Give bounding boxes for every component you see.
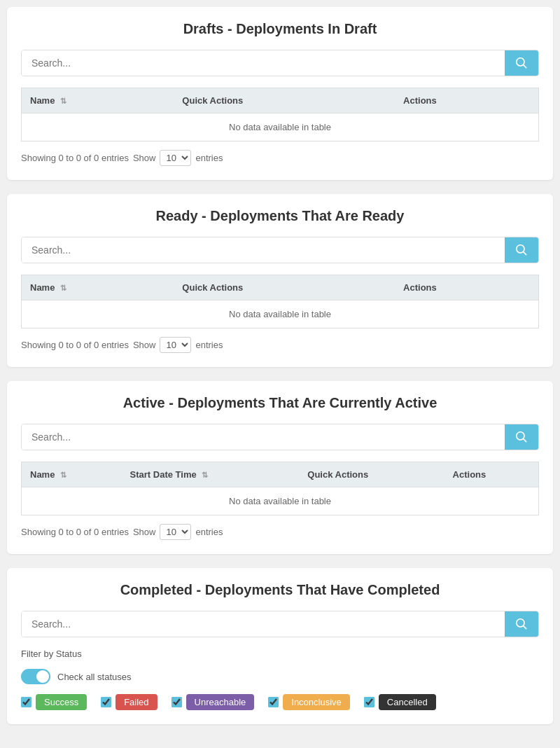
active-showing-row: Showing 0 to 0 of 0 entries Show 10 25 5…	[21, 524, 539, 540]
search-icon	[516, 431, 527, 443]
drafts-search-bar	[21, 50, 539, 76]
status-badges-row: Success Failed Unreachable Inconclusive …	[21, 694, 539, 710]
drafts-title: Drafts - Deployments In Draft	[21, 21, 539, 37]
active-entries-label: entries	[195, 527, 223, 537]
ready-show-label: Show	[133, 340, 156, 350]
drafts-showing-row: Showing 0 to 0 of 0 entries Show 10 25 5…	[21, 150, 539, 166]
status-badge-unreachable: Unreachable	[172, 694, 255, 710]
success-badge: Success	[36, 694, 87, 710]
filter-by-status-label: Filter by Status	[21, 649, 539, 659]
active-col-actions: Actions	[444, 462, 539, 487]
ready-search-input[interactable]	[22, 237, 505, 263]
sort-icon: ⇅	[60, 471, 66, 480]
ready-section: Ready - Deployments That Are Ready Name …	[7, 194, 553, 367]
drafts-no-data: No data available in table	[22, 113, 539, 141]
unreachable-badge: Unreachable	[186, 694, 255, 710]
cancelled-badge: Cancelled	[379, 694, 436, 710]
ready-showing-row: Showing 0 to 0 of 0 entries Show 10 25 5…	[21, 337, 539, 353]
active-show-select[interactable]: 10 25 50	[160, 524, 191, 540]
ready-entries-label: entries	[195, 340, 223, 350]
active-no-data: No data available in table	[22, 487, 539, 515]
drafts-section: Drafts - Deployments In Draft Name ⇅ Qui…	[7, 7, 553, 180]
check-all-toggle[interactable]	[21, 669, 50, 684]
toggle-row: Check all statuses	[21, 669, 539, 684]
drafts-col-name[interactable]: Name ⇅	[22, 88, 174, 113]
drafts-show-label: Show	[133, 153, 156, 163]
active-search-bar	[21, 424, 539, 450]
failed-badge: Failed	[115, 694, 157, 710]
sort-icon: ⇅	[60, 97, 66, 106]
failed-checkbox[interactable]	[101, 697, 111, 707]
ready-search-button[interactable]	[505, 237, 538, 263]
status-badge-cancelled: Cancelled	[364, 694, 436, 710]
search-icon	[516, 57, 527, 69]
active-show-label: Show	[133, 527, 156, 537]
success-checkbox[interactable]	[21, 697, 31, 707]
ready-table: Name ⇅ Quick Actions Actions No data ava…	[21, 275, 539, 328]
completed-title: Completed - Deployments That Have Comple…	[21, 582, 539, 598]
ready-title: Ready - Deployments That Are Ready	[21, 208, 539, 224]
ready-no-data: No data available in table	[22, 300, 539, 328]
drafts-showing-text: Showing 0 to 0 of 0 entries	[21, 153, 129, 163]
status-badge-inconclusive: Inconclusive	[268, 694, 350, 710]
completed-search-button[interactable]	[505, 611, 538, 637]
inconclusive-checkbox[interactable]	[268, 697, 279, 707]
completed-section: Completed - Deployments That Have Comple…	[7, 568, 553, 724]
unreachable-checkbox[interactable]	[172, 697, 182, 707]
active-col-quick-actions: Quick Actions	[299, 462, 444, 487]
drafts-col-quick-actions: Quick Actions	[174, 88, 395, 113]
ready-col-quick-actions: Quick Actions	[174, 275, 395, 300]
drafts-table: Name ⇅ Quick Actions Actions No data ava…	[21, 88, 539, 141]
ready-col-actions: Actions	[395, 275, 538, 300]
ready-show-select[interactable]: 10 25 50	[160, 337, 191, 353]
status-badge-success: Success	[21, 694, 87, 710]
inconclusive-badge: Inconclusive	[283, 694, 350, 710]
page-container: Drafts - Deployments In Draft Name ⇅ Qui…	[0, 0, 560, 745]
active-col-name[interactable]: Name ⇅	[22, 462, 122, 487]
search-icon	[516, 244, 527, 256]
drafts-show-select[interactable]: 10 25 50	[160, 150, 191, 166]
ready-showing-text: Showing 0 to 0 of 0 entries	[21, 340, 129, 350]
sort-icon: ⇅	[202, 471, 208, 480]
active-search-input[interactable]	[22, 424, 505, 450]
status-badge-failed: Failed	[101, 694, 157, 710]
active-table: Name ⇅ Start Date Time ⇅ Quick Actions A…	[21, 462, 539, 515]
drafts-col-actions: Actions	[395, 88, 538, 113]
active-col-start-date[interactable]: Start Date Time ⇅	[122, 462, 300, 487]
drafts-entries-label: entries	[195, 153, 223, 163]
drafts-search-input[interactable]	[22, 50, 505, 76]
active-search-button[interactable]	[505, 424, 538, 450]
toggle-label: Check all statuses	[57, 672, 132, 682]
ready-search-bar	[21, 237, 539, 263]
ready-col-name[interactable]: Name ⇅	[22, 275, 174, 300]
active-showing-text: Showing 0 to 0 of 0 entries	[21, 527, 129, 537]
completed-search-input[interactable]	[22, 611, 505, 637]
search-icon	[516, 618, 527, 630]
drafts-search-button[interactable]	[505, 50, 538, 76]
active-section: Active - Deployments That Are Currently …	[7, 381, 553, 554]
active-title: Active - Deployments That Are Currently …	[21, 395, 539, 411]
completed-search-bar	[21, 611, 539, 637]
cancelled-checkbox[interactable]	[364, 697, 374, 707]
sort-icon: ⇅	[60, 284, 66, 293]
